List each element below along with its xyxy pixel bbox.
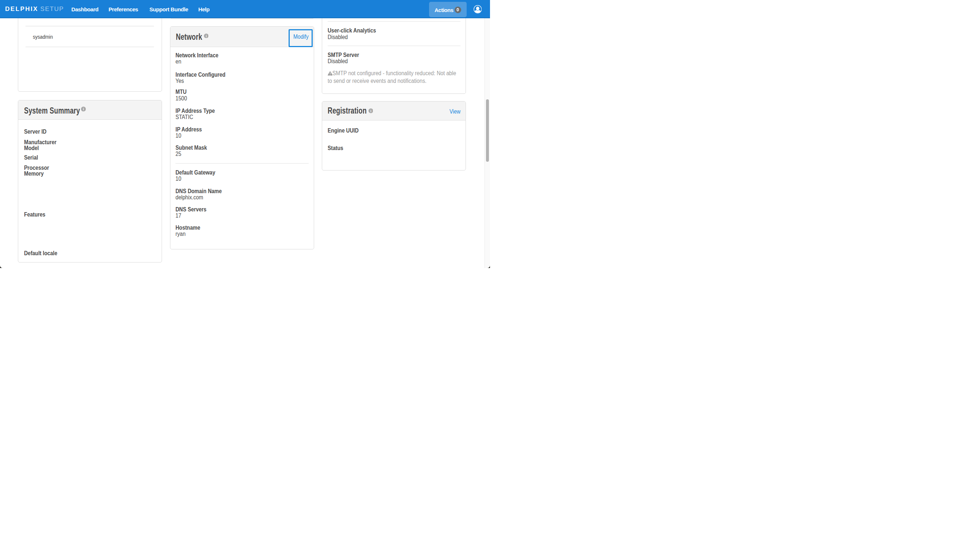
svg-text:i: i	[206, 34, 207, 38]
svg-text:i: i	[83, 107, 84, 111]
svg-text:i: i	[370, 109, 371, 113]
